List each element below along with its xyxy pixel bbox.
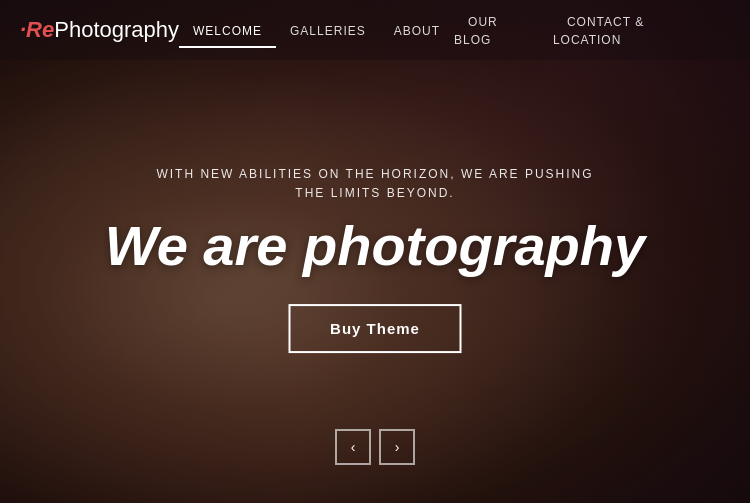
hero-subtitle: WITH NEW ABILITIES ON THE HORIZON, WE AR… bbox=[38, 165, 713, 203]
nav-item-welcome[interactable]: WELCOME bbox=[179, 21, 276, 39]
nav-item-blog[interactable]: OUR BLOG bbox=[454, 12, 553, 48]
nav-link-welcome[interactable]: WELCOME bbox=[179, 16, 276, 48]
logo: ·Re Photography bbox=[20, 17, 179, 43]
navbar: ·Re Photography WELCOME GALLERIES ABOUT … bbox=[0, 0, 750, 60]
logo-dot-re: ·Re bbox=[20, 17, 54, 42]
hero-subtitle-line1: WITH NEW ABILITIES ON THE HORIZON, WE AR… bbox=[156, 167, 593, 181]
hero-title: We are photography bbox=[38, 215, 713, 277]
nav-item-contact[interactable]: CONTACT & LOCATION bbox=[553, 12, 730, 48]
hero-content: WITH NEW ABILITIES ON THE HORIZON, WE AR… bbox=[38, 165, 713, 354]
nav-link-about[interactable]: ABOUT bbox=[380, 16, 454, 46]
nav-link-contact[interactable]: CONTACT & LOCATION bbox=[553, 7, 644, 55]
buy-theme-button[interactable]: Buy Theme bbox=[288, 305, 462, 354]
hero-section: ·Re Photography WELCOME GALLERIES ABOUT … bbox=[0, 0, 750, 503]
nav-item-galleries[interactable]: GALLERIES bbox=[276, 21, 380, 39]
nav-links: WELCOME GALLERIES ABOUT OUR BLOG CONTACT… bbox=[179, 12, 730, 48]
prev-arrow-icon: ‹ bbox=[351, 439, 356, 455]
next-arrow-icon: › bbox=[395, 439, 400, 455]
nav-link-blog[interactable]: OUR BLOG bbox=[454, 7, 505, 55]
nav-item-about[interactable]: ABOUT bbox=[380, 21, 454, 39]
hero-subtitle-line2: THE LIMITS BEYOND. bbox=[295, 186, 454, 200]
nav-link-galleries[interactable]: GALLERIES bbox=[276, 16, 380, 46]
slider-prev-button[interactable]: ‹ bbox=[335, 429, 371, 465]
slider-next-button[interactable]: › bbox=[379, 429, 415, 465]
logo-photography: Photography bbox=[54, 17, 179, 43]
logo-re: ·Re bbox=[20, 17, 54, 43]
slider-arrows: ‹ › bbox=[335, 429, 415, 465]
